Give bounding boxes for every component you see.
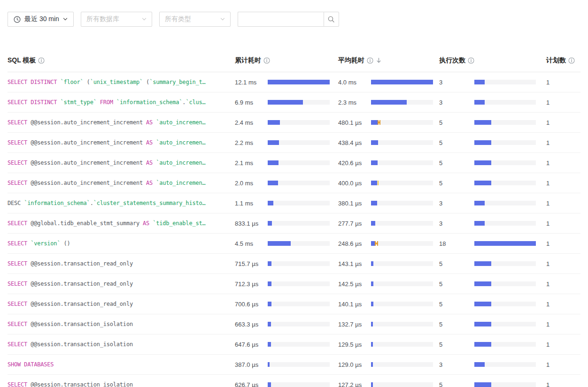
cumulative-latency: 712.3 µs <box>235 281 338 288</box>
exec-count: 3 <box>439 79 546 86</box>
statement-row[interactable]: SELECT @@session.auto_increment_incremen… <box>8 133 580 153</box>
avg-latency: 4.0 ms <box>338 79 439 86</box>
statement-row[interactable]: SELECT @@session.auto_increment_incremen… <box>8 113 580 133</box>
cumulative-latency: 4.5 ms <box>235 240 338 247</box>
search-button[interactable] <box>324 12 339 27</box>
cumulative-latency: 2.0 ms <box>235 180 338 187</box>
avg-latency-bar <box>371 181 433 185</box>
avg-latency-value: 420.6 µs <box>338 159 371 167</box>
column-header-cum[interactable]: 累计耗时 <box>235 56 338 65</box>
avg-latency-value: 438.4 µs <box>338 139 371 146</box>
avg-latency-bar <box>371 322 433 326</box>
sql-template-text: SELECT DISTINCT `floor` (`unix_timestamp… <box>8 79 235 85</box>
search-group <box>238 12 339 27</box>
statement-row[interactable]: SELECT DISTINCT `stmt_type` FROM `inform… <box>8 92 580 113</box>
cumulative-latency-bar <box>268 160 330 165</box>
search-input[interactable] <box>238 12 324 27</box>
avg-latency: 438.4 µs <box>338 139 439 146</box>
cumulative-latency: 12.1 ms <box>235 79 338 86</box>
avg-latency-value: 142.5 µs <box>338 281 371 288</box>
chevron-down-icon <box>63 17 68 22</box>
clock-icon <box>14 16 21 23</box>
plan-count: 1 <box>546 281 580 288</box>
exec-count-bar <box>474 201 536 205</box>
avg-latency-value: 277.7 µs <box>338 220 371 227</box>
column-header-exec[interactable]: 执行次数 <box>439 56 546 65</box>
statement-row[interactable]: SELECT `version` ()4.5 ms248.6 µs181 <box>8 234 580 254</box>
avg-latency-bar <box>371 281 433 286</box>
cumulative-latency-bar <box>268 302 330 306</box>
exec-count-bar <box>474 100 536 105</box>
statement-type-filter-select[interactable]: 所有类型 <box>159 12 231 27</box>
exec-count-value: 3 <box>439 361 474 368</box>
statement-row[interactable]: SELECT @@session.auto_increment_incremen… <box>8 173 580 193</box>
exec-count-value: 5 <box>439 381 474 387</box>
database-filter-select[interactable]: 所有数据库 <box>81 12 152 27</box>
cumulative-latency-bar <box>268 382 330 387</box>
exec-count-value: 3 <box>439 79 474 86</box>
column-header-avg[interactable]: 平均耗时 <box>338 56 439 65</box>
cumulative-latency-bar <box>268 362 330 367</box>
cumulative-latency: 387.0 µs <box>235 361 338 368</box>
cumulative-latency: 700.6 µs <box>235 301 338 308</box>
exec-count-bar <box>474 181 536 185</box>
column-header-sql[interactable]: SQL 模板 <box>8 56 235 65</box>
statement-row[interactable]: DESC `information_schema`.`cluster_state… <box>8 193 580 213</box>
time-range-label: 最近 30 min <box>24 15 59 23</box>
exec-count-bar <box>474 140 536 145</box>
exec-count-bar <box>474 80 536 84</box>
exec-count: 5 <box>439 159 546 167</box>
statement-row[interactable]: SELECT @@session.auto_increment_incremen… <box>8 153 580 173</box>
minmax-range-marker <box>375 241 378 246</box>
avg-latency: 142.5 µs <box>338 281 439 288</box>
sql-template-text: SELECT @@session.auto_increment_incremen… <box>8 180 235 186</box>
exec-count-bar <box>474 342 536 347</box>
cumulative-latency-bar <box>268 201 330 205</box>
cumulative-latency-value: 626.7 µs <box>235 381 268 387</box>
cumulative-latency-bar <box>268 241 330 246</box>
statement-row[interactable]: SELECT @@session.transaction_isolation66… <box>8 314 580 334</box>
statement-row[interactable]: SELECT @@session.transaction_read_only70… <box>8 294 580 314</box>
plan-count: 1 <box>546 139 580 146</box>
column-header-plans[interactable]: 计划数 <box>546 56 580 65</box>
exec-count: 5 <box>439 301 546 308</box>
exec-count: 18 <box>439 240 546 247</box>
plan-count: 1 <box>546 180 580 187</box>
avg-latency-value: 140.1 µs <box>338 301 371 308</box>
table-header-row: SQL 模板累计耗时平均耗时执行次数计划数 <box>8 56 580 72</box>
cumulative-latency: 626.7 µs <box>235 381 338 387</box>
exec-count-value: 3 <box>439 99 474 106</box>
plan-count: 1 <box>546 260 580 267</box>
exec-count-bar <box>474 221 536 226</box>
statement-row[interactable]: SELECT @@session.transaction_read_only71… <box>8 254 580 274</box>
cumulative-latency-bar <box>268 221 330 226</box>
cumulative-latency-value: 2.2 ms <box>235 139 268 146</box>
avg-latency-value: 2.3 ms <box>338 99 371 106</box>
statement-row[interactable]: SELECT @@global.tidb_enable_stmt_summary… <box>8 213 580 234</box>
avg-latency-bar <box>371 342 433 347</box>
plan-count: 1 <box>546 301 580 308</box>
exec-count-bar <box>474 160 536 165</box>
exec-count: 3 <box>439 200 546 207</box>
statement-row[interactable]: SELECT @@session.transaction_read_only71… <box>8 274 580 294</box>
avg-latency: 380.1 µs <box>338 200 439 207</box>
avg-latency-bar <box>371 120 433 125</box>
exec-count: 5 <box>439 281 546 288</box>
cumulative-latency-bar <box>268 261 330 266</box>
time-range-selector[interactable]: 最近 30 min <box>8 12 74 27</box>
cumulative-latency-value: 387.0 µs <box>235 361 268 368</box>
statement-row[interactable]: SELECT @@session.transaction_isolation62… <box>8 375 580 387</box>
sql-template-text: SELECT @@session.transaction_isolation <box>8 341 235 348</box>
cumulative-latency-value: 2.1 ms <box>235 159 268 167</box>
exec-count-bar <box>474 241 536 246</box>
statement-row[interactable]: SELECT @@session.transaction_isolation64… <box>8 334 580 355</box>
info-icon <box>38 57 45 64</box>
table-body: SELECT DISTINCT `floor` (`unix_timestamp… <box>8 72 580 387</box>
exec-count-bar <box>474 322 536 326</box>
sql-template-text: SELECT `version` () <box>8 240 235 247</box>
cumulative-latency: 833.1 µs <box>235 220 338 227</box>
statement-row[interactable]: SHOW DATABASES387.0 µs129.0 µs31 <box>8 355 580 375</box>
avg-latency-bar <box>371 241 433 246</box>
statement-row[interactable]: SELECT DISTINCT `floor` (`unix_timestamp… <box>8 72 580 92</box>
plan-count: 1 <box>546 341 580 348</box>
